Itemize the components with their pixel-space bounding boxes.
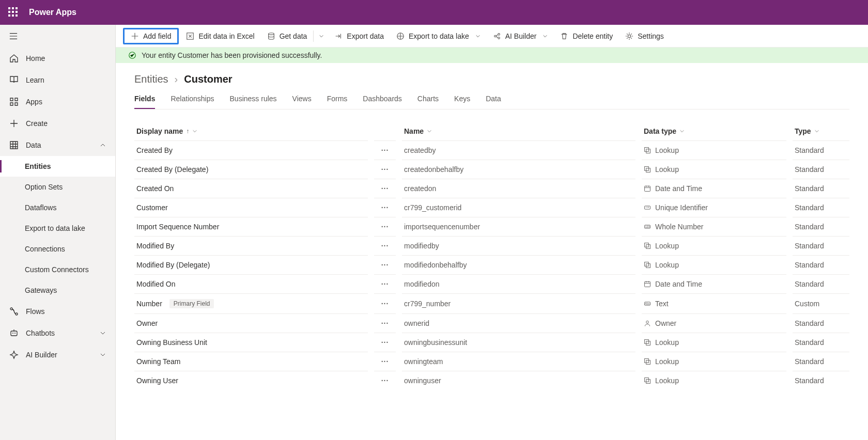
field-display-name: Number [136,300,162,308]
hamburger-button[interactable] [0,25,115,48]
chevron-down-icon [475,34,481,39]
row-more-actions[interactable]: ··· [374,198,396,217]
datetime-icon [644,280,651,288]
field-name: cr799_number [402,293,636,313]
cmd-label: Settings [638,32,664,40]
row-more-actions[interactable]: ··· [374,140,396,160]
text-icon [644,300,651,307]
field-display-name: Customer [136,203,168,212]
plus-icon [131,32,139,40]
book-icon [9,75,19,85]
export-icon [334,32,343,40]
field-data-type: Lookup [642,255,786,274]
brand-bar: Power Apps [0,0,868,25]
row-more-actions[interactable]: ··· [374,255,396,274]
tab-keys[interactable]: Keys [454,95,470,109]
tab-dashboards[interactable]: Dashboards [363,95,402,109]
sidebar-item-flows[interactable]: Flows [0,301,115,322]
row-more-actions[interactable]: ··· [374,371,396,390]
chevron-down-icon [542,34,548,39]
sidebar-item-learn[interactable]: Learn [0,69,115,91]
tab-fields[interactable]: Fields [134,95,155,109]
column-display-name[interactable]: Display name ↑ [134,123,368,140]
field-name: modifiedby [402,236,636,255]
get-data-dropdown[interactable] [313,30,327,42]
cmd-label: AI Builder [505,32,537,40]
sidebar-item-label: Gateways [25,286,106,294]
breadcrumb-parent[interactable]: Entities [134,73,168,85]
ai-builder-button[interactable]: AI Builder [488,29,553,43]
field-data-type: Lookup [642,333,786,352]
sidebar-item-chatbots[interactable]: Chatbots [0,322,115,344]
row-more-actions[interactable]: ··· [374,179,396,198]
column-name[interactable]: Name [402,123,636,140]
row-more-actions[interactable]: ··· [374,274,396,293]
field-name: owninguser [402,371,636,390]
sidebar-item-connections[interactable]: Connections [0,239,115,259]
row-more-actions[interactable]: ··· [374,313,396,333]
sidebar-item-export-lake[interactable]: Export to data lake [0,218,115,239]
lookup-icon [644,358,651,365]
field-display-name: Owning User [136,376,178,385]
add-field-button[interactable]: Add field [123,28,179,44]
tab-data[interactable]: Data [486,95,501,109]
notification-bar: Your entity Customer has been provisione… [116,48,868,63]
sidebar-item-apps[interactable]: Apps [0,91,115,113]
sidebar-item-home[interactable]: Home [0,48,115,69]
field-data-type: Lookup [642,160,786,179]
sidebar-item-data[interactable]: Data [0,134,115,156]
cmd-label: Export data [347,32,384,40]
edit-excel-button[interactable]: Edit data in Excel [181,29,259,43]
sidebar-item-gateways[interactable]: Gateways [0,280,115,301]
field-type: Custom [793,293,849,313]
sidebar-item-option-sets[interactable]: Option Sets [0,177,115,197]
sidebar-item-entities[interactable]: Entities [0,156,115,177]
sidebar-item-custom-connectors[interactable]: Custom Connectors [0,259,115,280]
export-lake-button[interactable]: Export to data lake [391,29,486,43]
get-data-button[interactable]: Get data [262,29,313,43]
chevron-down-icon [100,330,106,336]
row-more-actions[interactable]: ··· [374,352,396,371]
datetime-icon [644,185,651,192]
column-type[interactable]: Type [793,123,849,140]
uid-icon [644,204,651,211]
sidebar-item-label: Dataflows [25,203,106,212]
field-display-name: Created On [136,184,174,193]
column-data-type[interactable]: Data type [642,123,786,140]
field-display-name: Owning Business Unit [136,338,207,347]
row-more-actions[interactable]: ··· [374,217,396,236]
field-data-type: Date and Time [642,274,786,293]
field-display-name: Owner [136,319,158,327]
tab-forms[interactable]: Forms [327,95,348,109]
row-more-actions[interactable]: ··· [374,236,396,255]
breadcrumb-current: Customer [184,73,232,85]
tab-views[interactable]: Views [292,95,312,109]
row-more-actions[interactable]: ··· [374,293,396,313]
field-name: cr799_customerid [402,198,636,217]
sidebar-item-create[interactable]: Create [0,113,115,134]
export-data-button[interactable]: Export data [329,29,389,43]
row-more-actions[interactable]: ··· [374,333,396,352]
field-type: Standard [793,198,849,217]
field-name: modifiedon [402,274,636,293]
delete-entity-button[interactable]: Delete entity [555,29,618,43]
tab-charts[interactable]: Charts [417,95,439,109]
sidebar-item-label: Export to data lake [25,224,106,232]
tab-relationships[interactable]: Relationships [171,95,214,109]
field-display-name: Owning Team [136,357,180,366]
tab-business-rules[interactable]: Business rules [230,95,277,109]
field-name: owningbusinessunit [402,333,636,352]
field-type: Standard [793,217,849,236]
settings-button[interactable]: Settings [620,29,669,43]
field-data-type: Unique Identifier [642,198,786,217]
field-data-type: Whole Number [642,217,786,236]
flow-icon [9,307,19,316]
sidebar-item-ai-builder[interactable]: AI Builder [0,344,115,366]
app-launcher-icon[interactable] [8,7,19,18]
sidebar-item-label: Create [26,119,106,128]
plus-icon [9,119,19,128]
field-display-name: Created By (Delegate) [136,165,208,174]
chevron-down-icon [679,129,685,134]
row-more-actions[interactable]: ··· [374,160,396,179]
sidebar-item-dataflows[interactable]: Dataflows [0,197,115,218]
